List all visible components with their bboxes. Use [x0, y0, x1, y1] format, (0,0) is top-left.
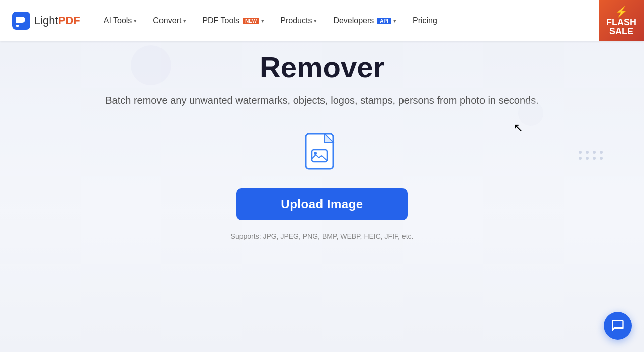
upload-file-icon [299, 133, 345, 178]
flash-sale-banner[interactable]: ⚡ FLASH SALE [599, 0, 644, 41]
main-content: ↖ Remover Batch remove any unwanted wate… [0, 0, 644, 352]
nav-item-pdf-tools[interactable]: PDF Tools NEW ▾ [195, 12, 271, 29]
api-badge: API [377, 18, 391, 24]
svg-rect-1 [16, 25, 19, 27]
decorative-circle-left [131, 45, 171, 85]
nav-item-developers[interactable]: Developers API ▾ [326, 12, 404, 29]
nav-item-ai-tools[interactable]: AI Tools ▾ [97, 12, 144, 29]
flash-icon: ⚡ [615, 6, 628, 18]
chevron-down-icon: ▾ [314, 18, 317, 24]
svg-point-4 [314, 152, 317, 155]
nav-item-convert[interactable]: Convert ▾ [146, 12, 193, 29]
chevron-down-icon: ▾ [183, 18, 186, 24]
upload-image-button[interactable]: Upload Image [236, 188, 408, 220]
logo[interactable]: LightPDF [12, 12, 80, 30]
decorative-dots [579, 151, 604, 160]
chat-button[interactable] [604, 312, 632, 340]
logo-text: LightPDF [34, 14, 80, 27]
nav-item-pricing[interactable]: Pricing [406, 12, 444, 29]
chat-icon [611, 319, 625, 333]
nav-item-products[interactable]: Products ▾ [273, 12, 324, 29]
chevron-down-icon: ▾ [393, 18, 396, 24]
nav-items: AI Tools ▾ Convert ▾ PDF Tools NEW ▾ Pro… [97, 12, 632, 29]
decorative-circle-right [518, 101, 543, 126]
upload-area: Upload Image Supports: JPG, JPEG, PNG, B… [231, 133, 414, 240]
flash-sale-text-line1: FLASH [606, 18, 636, 27]
new-badge: NEW [243, 18, 259, 24]
navigation: LightPDF AI Tools ▾ Convert ▾ PDF Tools … [0, 0, 644, 41]
chevron-down-icon: ▾ [261, 18, 264, 24]
supported-formats-text: Supports: JPG, JPEG, PNG, BMP, WEBP, HEI… [231, 232, 414, 240]
chevron-down-icon: ▾ [134, 18, 137, 24]
page-subtitle: Batch remove any unwanted watermarks, ob… [105, 93, 539, 108]
cursor-icon: ↖ [513, 121, 523, 135]
flash-sale-text-line2: SALE [609, 27, 633, 36]
